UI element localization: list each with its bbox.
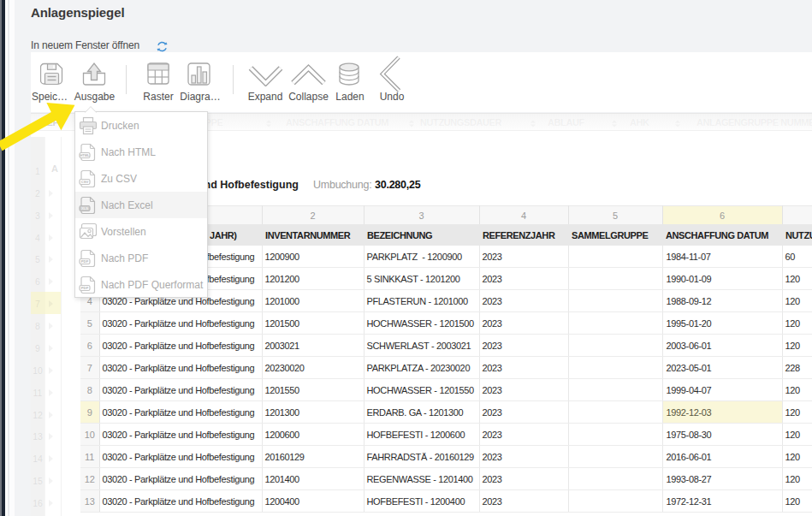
svg-text:XLS: XLS xyxy=(81,206,88,211)
svg-text:CSV: CSV xyxy=(81,180,89,184)
svg-text:PDF: PDF xyxy=(81,259,89,264)
svg-text:PDF: PDF xyxy=(81,286,89,290)
